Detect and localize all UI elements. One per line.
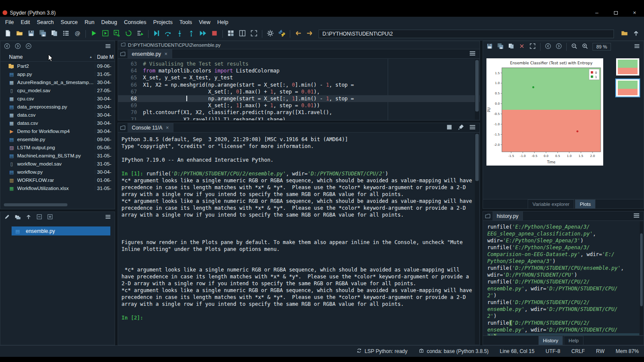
file-row[interactable]: ▯cpu_model.sav27-05- [0,86,115,94]
run-selection-button[interactable] [135,29,146,39]
interrupt-button[interactable] [444,123,455,133]
circle-forward-button[interactable] [554,42,564,52]
file-row[interactable]: ▦WorkflowUtilization.xlsx31-05- [0,184,115,192]
scrollbar-thumb[interactable] [475,134,479,181]
menu-consoles[interactable]: Consoles [121,19,150,25]
menu-tools[interactable]: Tools [176,19,195,25]
ipython-console[interactable]: Python 3.8.5 (default, Sep 3 2020, 21:29… [118,133,480,345]
code-line[interactable]: 69 X_set[:, 1].max() + 1, step = 0.01)) [118,102,480,109]
step-into-button[interactable] [174,29,185,39]
at-symbol-button[interactable]: @ [72,29,83,39]
tab-history[interactable]: History [538,336,563,345]
editor-tab-ensemble-py[interactable]: ensemble.py × [128,49,172,58]
browse-tabs-icon[interactable] [118,49,128,58]
menu-run[interactable]: Run [81,19,98,25]
menu-debug[interactable]: Debug [98,19,121,25]
file-row[interactable]: ▯Part209-06- [0,62,115,70]
copy-button[interactable] [49,29,60,39]
outline-item-ensemble[interactable]: ▤ ensemble.py [12,226,110,235]
back-button[interactable] [293,29,304,39]
hamburger-button[interactable] [467,48,478,59]
debug-file-button[interactable] [151,29,162,39]
maximize-button[interactable] [606,9,625,17]
file-row[interactable]: ▦AzureReadings_at_a_timestamp.csv30-04- [0,78,115,86]
save-button[interactable] [26,29,36,39]
step-out-button[interactable] [186,29,197,39]
code-line[interactable]: 70plt.contourf(X1, X2, classifier.predic… [118,109,480,116]
minimize-button[interactable]: – [587,9,606,17]
menu-source[interactable]: Source [57,19,81,25]
file-row[interactable]: ▤workflow.py30-04- [0,168,115,176]
hamburger-button[interactable] [103,213,113,223]
maximize-pane-button[interactable] [249,29,259,39]
edit-button[interactable] [2,213,12,223]
menu-edit[interactable]: Edit [17,19,33,25]
scrollbar-thumb[interactable] [640,233,643,306]
column-header-date[interactable]: Date M [95,54,115,60]
conda-environment[interactable]: conda: base (Python 3.8.5) [419,348,489,355]
file-row[interactable]: ▦cpu.csv30-04- [0,94,115,103]
tab-variable-explorer[interactable]: Variable explorer [528,199,574,208]
file-row[interactable]: ▤ensemble.py09-06- [0,135,115,143]
step-over-button[interactable] [163,29,173,39]
expand-button[interactable] [45,213,55,223]
history-log[interactable]: runfile('E:/Python/Sleep_Apena/3/EEG_sle… [483,221,644,335]
circle-up-button[interactable] [24,42,33,52]
python-env-button[interactable] [276,29,287,39]
circle-back-button[interactable] [2,42,12,52]
run-cell-button[interactable] [100,29,111,39]
new-file-button[interactable] [3,29,13,39]
run-cell-advance-button[interactable] [112,29,122,39]
files-horizontal-scrollbar[interactable] [2,203,113,207]
file-row[interactable]: ▦datas.csv30-04- [0,119,115,127]
tab-close-icon[interactable]: × [166,125,169,131]
code-line[interactable]: 65X_set, y_set = X_test, y_test [118,74,480,81]
history-tab[interactable]: history.py [492,211,523,220]
collapse-button[interactable] [34,213,44,223]
pane-split-button[interactable] [237,29,248,39]
panes-grid-button[interactable] [225,29,236,39]
menu-help[interactable]: Help [214,19,232,25]
zoom-out-button[interactable] [569,42,579,52]
code-line[interactable]: 71 X2.ravel()]).T).reshape(X1.shape), [118,116,480,121]
run-button[interactable] [88,29,99,39]
code-editor[interactable]: 63# Visualising the Test set results64fr… [118,59,480,120]
up-dir-button[interactable] [24,213,33,223]
save-all-button[interactable] [37,29,48,39]
outline-list-button[interactable] [61,29,71,39]
file-row[interactable]: ▦data.csv30-04- [0,111,115,119]
zoom-in-button[interactable] [580,42,590,52]
working-directory-input[interactable]: D:\PYTHON\STUDENT\CPU\2 [319,30,614,38]
close-button[interactable]: × [625,9,644,17]
menu-view[interactable]: View [195,19,214,25]
folders-button[interactable] [13,213,23,223]
copy-plot-button[interactable] [506,42,516,52]
code-line[interactable]: 63# Visualising the Test set results [118,60,480,67]
folder-button[interactable] [619,29,630,39]
circle-forward-button[interactable] [13,42,23,52]
tab-help[interactable]: Help [564,336,583,345]
hamburger-button[interactable] [631,211,642,221]
fit-plot-button[interactable] [528,42,538,52]
history-pane-icon[interactable] [483,211,492,220]
file-row[interactable]: ▤data_preprocessing.py30-04- [0,103,115,111]
code-line[interactable]: 66X1, X2 = np.meshgrid(np.arange(start =… [118,81,480,88]
menu-search[interactable]: Search [33,19,58,25]
save-all-button[interactable] [495,42,505,52]
circle-back-button[interactable] [543,42,553,52]
continue-button[interactable] [197,29,208,39]
hamburger-button[interactable] [632,42,642,52]
editor-scrollbar[interactable] [475,59,479,120]
file-row[interactable]: ▯workflow_model.sav31-05- [0,160,115,168]
plot-figure[interactable]: Ensemble Classifier (Test set) with Entr… [486,58,603,166]
scrollbar-thumb[interactable] [475,60,479,112]
file-row[interactable]: ▶Demo for Workflow.mp430-04- [0,127,115,135]
tab-close-icon[interactable]: × [164,51,167,57]
stop-debug-button[interactable] [209,29,220,39]
plot-thumbnail[interactable] [616,58,639,75]
up-dir-button[interactable] [631,29,641,39]
clear-console-button[interactable] [456,123,466,133]
plot-thumbnail[interactable] [616,79,639,97]
preferences-button[interactable] [265,29,276,39]
console-pane-icon[interactable] [118,123,128,132]
